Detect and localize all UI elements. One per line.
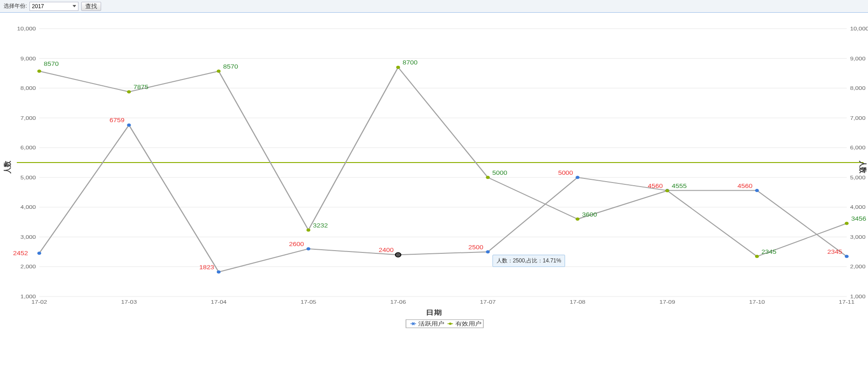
data-label: 2452 <box>13 250 28 256</box>
data-label: 1823 <box>199 264 214 270</box>
svg-text:2,000: 2,000 <box>850 264 865 270</box>
active-user-point[interactable] <box>755 189 758 192</box>
svg-text:17-03: 17-03 <box>121 299 137 305</box>
active-user-point[interactable] <box>845 255 848 258</box>
svg-text:10,000: 10,000 <box>17 26 36 31</box>
year-label: 选择年份: <box>4 2 27 10</box>
data-label: 2345 <box>827 249 842 255</box>
active-user-point[interactable] <box>217 271 220 273</box>
valid-user-point[interactable] <box>755 255 758 258</box>
valid-user-point[interactable] <box>576 218 579 221</box>
toolbar: 选择年份: 2017 查找 <box>0 0 868 13</box>
svg-text:17-04: 17-04 <box>211 299 227 305</box>
svg-text:6,000: 6,000 <box>20 145 36 150</box>
active-user-point[interactable] <box>307 247 310 250</box>
chart-area: 2452675918232600240025005000456045602345… <box>0 13 868 331</box>
svg-text:17-06: 17-06 <box>390 299 406 305</box>
svg-text:17-10: 17-10 <box>749 299 765 305</box>
data-label: 4560 <box>648 183 663 189</box>
svg-text:17-08: 17-08 <box>570 299 585 305</box>
svg-text:7,000: 7,000 <box>20 115 36 121</box>
data-label: 5000 <box>558 170 573 176</box>
svg-text:2,000: 2,000 <box>20 264 36 270</box>
valid-user-point[interactable] <box>217 70 220 73</box>
data-label: 2400 <box>379 247 394 253</box>
svg-text:8,000: 8,000 <box>850 85 865 91</box>
legend-label: 有效用户 <box>455 321 481 326</box>
svg-text:10,000: 10,000 <box>850 26 868 31</box>
svg-text:9,000: 9,000 <box>850 56 865 61</box>
y-axis-title-right: 人数 <box>858 160 867 174</box>
data-label: 3456 <box>851 216 866 222</box>
data-label: 2500 <box>468 244 483 250</box>
svg-text:17-05: 17-05 <box>301 299 317 305</box>
data-label: 4555 <box>672 183 687 189</box>
svg-text:9,000: 9,000 <box>20 56 36 61</box>
svg-text:17-11: 17-11 <box>839 299 855 305</box>
svg-text:1,000: 1,000 <box>20 294 36 299</box>
svg-text:5,000: 5,000 <box>20 175 36 180</box>
svg-text:17-02: 17-02 <box>31 299 47 305</box>
valid-user-point[interactable] <box>307 229 310 232</box>
svg-text:8,000: 8,000 <box>20 85 36 91</box>
svg-text:3,000: 3,000 <box>20 234 36 240</box>
svg-text:17-09: 17-09 <box>659 299 675 305</box>
active-user-point[interactable] <box>395 252 401 257</box>
active-user-point[interactable] <box>486 251 489 253</box>
valid-user-point[interactable] <box>666 189 669 192</box>
chart-svg: 2452675918232600240025005000456045602345… <box>0 13 868 331</box>
tooltip: 人数：2500,占比：14.71% <box>493 255 566 267</box>
data-label: 6759 <box>110 118 125 123</box>
valid-user-point[interactable] <box>486 176 489 179</box>
search-button[interactable]: 查找 <box>81 2 101 11</box>
y-axis-title-left: 人数 <box>3 160 12 174</box>
chevron-down-icon <box>73 5 76 7</box>
data-label: 8570 <box>223 64 238 69</box>
legend: 活跃用户有效用户 <box>406 320 483 328</box>
valid-user-point[interactable] <box>38 70 41 73</box>
svg-text:5,000: 5,000 <box>850 175 865 180</box>
data-label: 8700 <box>403 60 418 66</box>
svg-point-42 <box>449 323 452 325</box>
year-select[interactable]: 2017 <box>29 2 78 11</box>
data-label: 3232 <box>313 222 328 228</box>
year-value: 2017 <box>32 3 44 10</box>
svg-text:7,000: 7,000 <box>850 115 865 121</box>
tooltip-text: 人数：2500,占比：14.71% <box>497 257 561 264</box>
data-label: 7875 <box>133 84 148 90</box>
data-label: 4560 <box>737 183 752 189</box>
svg-text:1,000: 1,000 <box>850 294 865 299</box>
svg-text:3,000: 3,000 <box>850 234 865 240</box>
data-label: 8570 <box>44 61 59 67</box>
svg-text:17-07: 17-07 <box>480 299 496 305</box>
active-user-point[interactable] <box>576 176 579 179</box>
active-user-point[interactable] <box>127 123 131 126</box>
data-label: 3600 <box>582 212 597 217</box>
active-user-point[interactable] <box>38 252 41 255</box>
valid-user-point[interactable] <box>845 222 848 225</box>
valid-user-point[interactable] <box>127 90 131 93</box>
legend-label: 活跃用户 <box>418 321 444 326</box>
data-label: 2600 <box>289 241 304 247</box>
x-axis-title: 日期 <box>426 309 442 316</box>
svg-text:6,000: 6,000 <box>850 145 865 150</box>
valid-user-point[interactable] <box>396 66 400 69</box>
svg-text:4,000: 4,000 <box>850 205 865 210</box>
data-label: 2345 <box>761 249 776 255</box>
data-label: 5000 <box>493 170 507 176</box>
svg-text:4,000: 4,000 <box>20 205 36 210</box>
